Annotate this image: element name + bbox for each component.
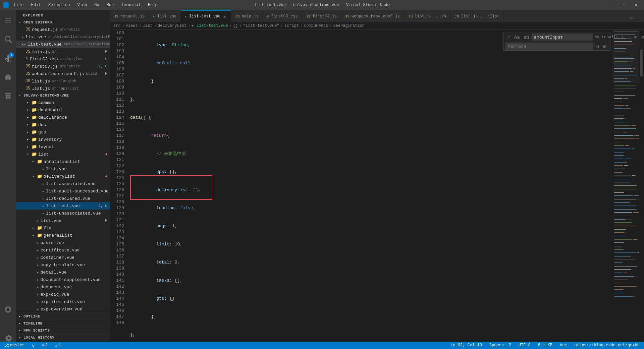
- tree-common[interactable]: ▸ 📁 common: [16, 99, 110, 106]
- menu-file[interactable]: File: [11, 2, 26, 8]
- tab-list-js-zh[interactable]: JS list.js ...zh: [404, 10, 450, 22]
- tree-detail-vue[interactable]: ▸ ▸ detail.vue: [16, 269, 110, 276]
- tree-doc-supplement-vue[interactable]: ▸ ▸ document-supplement.vue: [16, 276, 110, 283]
- find-regex-toggle[interactable]: .*: [505, 34, 511, 41]
- tree-list-associated[interactable]: ▸ ▸ list-associated.vue: [16, 180, 110, 187]
- menu-edit[interactable]: Edit: [29, 2, 44, 8]
- git-branch[interactable]: ⎇ master: [3, 343, 26, 348]
- local-history-header[interactable]: ▸ LOCAL HISTORY: [16, 334, 110, 341]
- tree-list-vue-delivery[interactable]: ▸ ▸ list.vue M: [16, 217, 110, 224]
- tree-document-vue[interactable]: ▸ ▸ document.vue: [16, 283, 110, 291]
- tree-list-vue-annotate[interactable]: ▸ ▸ list.vue: [16, 165, 110, 173]
- tab-list-test-vue[interactable]: ▸ list-test.vue ✕: [181, 10, 231, 22]
- maximize-button[interactable]: ☐: [618, 0, 628, 10]
- open-editor-list-vue[interactable]: ▸ list.vue src\views\list\deliveryList M: [16, 33, 110, 41]
- find-input[interactable]: amountInput: [532, 34, 593, 41]
- find-select-all-button[interactable]: ≡: [633, 34, 638, 41]
- minimize-button[interactable]: ─: [605, 0, 615, 10]
- menu-go[interactable]: Go: [92, 2, 102, 8]
- tree-list-audit[interactable]: ▸ ▸ list-audit-successed.vue: [16, 187, 110, 195]
- tree-annotation-list[interactable]: ▸ 📁 annotationList: [16, 158, 110, 165]
- tab-request-js[interactable]: JS request.js: [110, 10, 149, 22]
- open-editor-firstcj-css[interactable]: # firstCJ.css src\styles U: [16, 55, 110, 63]
- menu-run[interactable]: Run: [104, 2, 117, 8]
- open-editor-list-js-zh[interactable]: JS list.js src\lang\zh: [16, 77, 110, 85]
- find-word-toggle[interactable]: ab: [522, 34, 530, 41]
- tree-exp-ciq-vue[interactable]: ▸ ▸ exp-ciq.vue: [16, 291, 110, 298]
- tree-delivery-list[interactable]: ▾ 📁 deliveryList ●: [16, 173, 110, 180]
- split-editor-icon[interactable]: ⊞: [629, 14, 634, 22]
- code-editor[interactable]: type: String, default: null } }, data() …: [127, 30, 612, 342]
- tree-gts[interactable]: ▸ 📁 gts: [16, 128, 110, 136]
- tree-copy-template-vue[interactable]: ▸ ▸ copy-template.vue: [16, 261, 110, 269]
- activity-extensions[interactable]: [0, 88, 16, 104]
- tree-layout[interactable]: ▸ 📁 layout: [16, 143, 110, 151]
- language-mode[interactable]: Vue: [558, 343, 569, 348]
- git-sync[interactable]: ↻: [30, 343, 36, 348]
- scrollbar-track[interactable]: [639, 30, 644, 342]
- npm-scripts-header[interactable]: ▸ NPM SCRIPTS: [16, 327, 110, 334]
- tree-delclarance[interactable]: ▸ 📁 delclarance: [16, 114, 110, 121]
- replace-all-button[interactable]: ⊞: [601, 43, 608, 50]
- activity-debug[interactable]: [0, 69, 16, 85]
- activity-search[interactable]: [0, 32, 16, 48]
- errors-count[interactable]: ⊗ 3: [40, 343, 49, 348]
- tree-certificate-vue[interactable]: ▸ ▸ certificate.vue: [16, 246, 110, 254]
- menu-help[interactable]: Help: [145, 2, 160, 8]
- project-section[interactable]: ▾ SOLVAY-ECUSTOMS-VUE: [16, 92, 110, 99]
- tab-firstcj-css[interactable]: # firstCJ.css: [263, 10, 302, 22]
- tab-webpack[interactable]: JS webpack.base.conf.js: [341, 10, 404, 22]
- tab-list-vue[interactable]: ▸ list.vue: [149, 10, 181, 22]
- menu-selection[interactable]: Selection: [46, 2, 73, 8]
- close-icon[interactable]: ✕: [21, 42, 24, 47]
- tab-main-js[interactable]: JS main.js: [231, 10, 263, 22]
- tree-basic-vue[interactable]: ▸ ▸ basic.vue: [16, 239, 110, 246]
- tree-list-declared[interactable]: ▸ ▸ list-declared.vue: [16, 195, 110, 202]
- tree-doc[interactable]: ▸ 📁 doc: [16, 121, 110, 128]
- tree-fta[interactable]: ▸ 📁 fta: [16, 224, 110, 232]
- menu-terminal[interactable]: Terminal: [118, 2, 143, 8]
- close-button[interactable]: ✕: [631, 0, 641, 10]
- open-editor-list-test-vue[interactable]: ✕ ▸ list-test.vue src\views\list\deliver…: [16, 41, 110, 48]
- tab-list-js-list[interactable]: JS list.js ...\list: [450, 10, 504, 22]
- tab-close-list-test[interactable]: ✕: [223, 14, 227, 19]
- open-editor-list-js-api[interactable]: JS list.js src\api\list: [16, 85, 110, 92]
- activity-explorer[interactable]: [0, 13, 16, 29]
- encoding[interactable]: UTF-8: [517, 343, 532, 348]
- open-editor-main-js[interactable]: JS main.js src M: [16, 48, 110, 55]
- tree-dashboard[interactable]: ▸ 📁 dashboard: [16, 106, 110, 114]
- activity-scm[interactable]: 8: [0, 50, 16, 66]
- tree-container-vue[interactable]: ▸ ▸ container.vue: [16, 254, 110, 261]
- vue-tab-icon-listtest: ▸: [185, 14, 187, 19]
- replace-button[interactable]: ⊡: [594, 43, 601, 50]
- replace-input[interactable]: [505, 43, 593, 50]
- open-editor-firstcj-js[interactable]: JS firstCJ.js src\utils 2, U: [16, 63, 110, 70]
- scrollbar-thumb[interactable]: [640, 50, 643, 76]
- open-editor-request-js[interactable]: JS request.js src\utils: [16, 26, 110, 33]
- outline-header[interactable]: ▸ OUTLINE: [16, 313, 110, 320]
- project-chevron: ▾: [19, 94, 23, 98]
- tree-exp-overview-vue[interactable]: ▸ ▸ exp-overview.vue: [16, 305, 110, 313]
- menu-view[interactable]: View: [74, 2, 90, 8]
- warnings-count[interactable]: ⚠ 1: [53, 343, 62, 348]
- open-editor-webpack[interactable]: JS webpack.base.conf.js build M: [16, 70, 110, 77]
- blog-link[interactable]: https://blog.csdn.net/gcxhb: [573, 343, 641, 348]
- tree-list[interactable]: ▾ 📁 list ●: [16, 151, 110, 158]
- more-tabs-icon[interactable]: …: [635, 14, 641, 22]
- activity-accounts[interactable]: [0, 301, 16, 317]
- tree-general-list[interactable]: ▸ 📁 generalList: [16, 232, 110, 239]
- find-case-toggle[interactable]: Aa: [513, 34, 521, 41]
- tree-list-test[interactable]: ▸ ▸ list-test.vue 2, U: [16, 202, 110, 210]
- find-next-button[interactable]: ↓: [626, 34, 631, 41]
- tree-list-unassociated[interactable]: ▸ ▸ list-unassociated.vue: [16, 210, 110, 217]
- find-close-button[interactable]: ✕: [639, 34, 644, 41]
- cursor-position[interactable]: Ln 92, Col 18: [449, 343, 484, 348]
- indentation[interactable]: Spaces: 2: [488, 343, 513, 348]
- tree-inventory[interactable]: ▸ 📁 inventory: [16, 136, 110, 143]
- tab-firstcj-js[interactable]: JS firstCJ.js: [302, 10, 341, 22]
- timeline-header[interactable]: ▸ TIMELINE: [16, 320, 110, 327]
- open-editors-section[interactable]: ▾ OPEN EDITORS: [16, 19, 110, 26]
- file-size[interactable]: 6.1 KB: [536, 343, 554, 348]
- tree-exp-item-edit-vue[interactable]: ▸ ▸ exp-item-edit.vue: [16, 298, 110, 305]
- find-prev-button[interactable]: ↑: [620, 34, 625, 41]
